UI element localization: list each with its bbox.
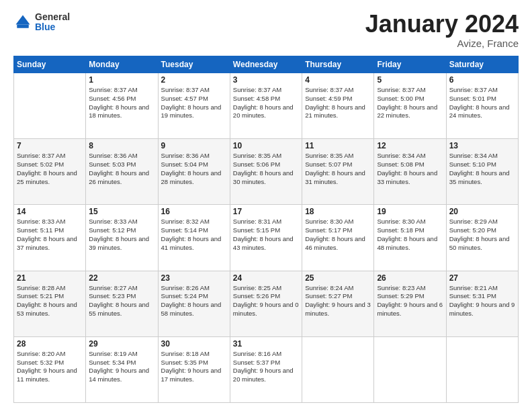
- daylight-text: Daylight: 8 hours and 25 minutes.: [17, 169, 77, 185]
- sunset-text: Sunset: 5:04 PM: [161, 161, 208, 168]
- sunrise-text: Sunrise: 8:36 AM: [161, 152, 210, 159]
- daylight-text: Daylight: 8 hours and 39 minutes.: [89, 235, 149, 251]
- sunrise-text: Sunrise: 8:37 AM: [161, 86, 210, 93]
- daylight-text: Daylight: 9 hours and 0 minutes.: [233, 301, 299, 317]
- table-row: 5 Sunrise: 8:37 AM Sunset: 5:00 PM Dayli…: [374, 73, 446, 139]
- day-info: Sunrise: 8:37 AM Sunset: 5:01 PM Dayligh…: [449, 86, 515, 120]
- title-month: January 2024: [365, 12, 519, 36]
- sunrise-text: Sunrise: 8:37 AM: [377, 86, 425, 93]
- day-info: Sunrise: 8:37 AM Sunset: 5:02 PM Dayligh…: [17, 152, 83, 186]
- daylight-text: Daylight: 8 hours and 22 minutes.: [377, 103, 437, 120]
- header-friday: Friday: [374, 56, 446, 73]
- table-row: 12 Sunrise: 8:34 AM Sunset: 5:08 PM Dayl…: [374, 139, 446, 205]
- sunrise-text: Sunrise: 8:26 AM: [161, 284, 210, 291]
- sunset-text: Sunset: 5:37 PM: [233, 359, 280, 366]
- day-info: Sunrise: 8:24 AM Sunset: 5:27 PM Dayligh…: [305, 284, 371, 318]
- day-info: Sunrise: 8:16 AM Sunset: 5:37 PM Dayligh…: [233, 350, 299, 384]
- sunrise-text: Sunrise: 8:37 AM: [17, 152, 65, 159]
- sunset-text: Sunset: 5:23 PM: [89, 292, 136, 300]
- sunrise-text: Sunrise: 8:20 AM: [17, 350, 65, 357]
- day-number: 6: [449, 75, 515, 85]
- day-number: 4: [305, 75, 371, 85]
- sunrise-text: Sunrise: 8:37 AM: [89, 86, 137, 93]
- sunset-text: Sunset: 5:07 PM: [305, 161, 352, 168]
- sunrise-text: Sunrise: 8:32 AM: [161, 218, 210, 225]
- logo-blue-text: Blue: [35, 22, 70, 32]
- logo-icon: [13, 13, 32, 32]
- day-info: Sunrise: 8:26 AM Sunset: 5:24 PM Dayligh…: [161, 284, 227, 318]
- sunrise-text: Sunrise: 8:16 AM: [233, 350, 281, 357]
- sunset-text: Sunset: 5:00 PM: [377, 95, 424, 102]
- sunset-text: Sunset: 4:56 PM: [89, 95, 136, 102]
- day-info: Sunrise: 8:37 AM Sunset: 4:58 PM Dayligh…: [233, 86, 299, 120]
- sunrise-text: Sunrise: 8:30 AM: [377, 218, 425, 225]
- sunrise-text: Sunrise: 8:29 AM: [449, 218, 498, 225]
- svg-rect-1: [17, 25, 29, 28]
- table-row: 22 Sunrise: 8:27 AM Sunset: 5:23 PM Dayl…: [86, 271, 158, 336]
- table-row: 25 Sunrise: 8:24 AM Sunset: 5:27 PM Dayl…: [302, 271, 374, 336]
- sunset-text: Sunset: 5:10 PM: [449, 161, 496, 168]
- daylight-text: Daylight: 8 hours and 58 minutes.: [161, 301, 222, 317]
- table-row: 9 Sunrise: 8:36 AM Sunset: 5:04 PM Dayli…: [158, 139, 230, 205]
- day-info: Sunrise: 8:23 AM Sunset: 5:29 PM Dayligh…: [377, 284, 443, 318]
- logo: General Blue: [13, 12, 70, 33]
- daylight-text: Daylight: 8 hours and 53 minutes.: [17, 301, 77, 317]
- day-info: Sunrise: 8:37 AM Sunset: 4:57 PM Dayligh…: [161, 86, 227, 120]
- sunrise-text: Sunrise: 8:28 AM: [17, 284, 65, 291]
- sunset-text: Sunset: 5:01 PM: [449, 95, 496, 102]
- day-info: Sunrise: 8:37 AM Sunset: 4:56 PM Dayligh…: [89, 86, 154, 120]
- sunset-text: Sunset: 4:57 PM: [161, 95, 208, 102]
- day-info: Sunrise: 8:34 AM Sunset: 5:10 PM Dayligh…: [449, 152, 515, 186]
- day-number: 11: [305, 141, 371, 150]
- sunrise-text: Sunrise: 8:34 AM: [449, 152, 498, 159]
- table-row: 20 Sunrise: 8:29 AM Sunset: 5:20 PM Dayl…: [446, 205, 518, 271]
- sunset-text: Sunset: 5:32 PM: [17, 359, 64, 366]
- day-info: Sunrise: 8:36 AM Sunset: 5:03 PM Dayligh…: [89, 152, 154, 186]
- day-info: Sunrise: 8:37 AM Sunset: 5:00 PM Dayligh…: [377, 86, 443, 120]
- table-row: 11 Sunrise: 8:35 AM Sunset: 5:07 PM Dayl…: [302, 139, 374, 205]
- table-row: 24 Sunrise: 8:25 AM Sunset: 5:26 PM Dayl…: [230, 271, 302, 336]
- table-row: 30 Sunrise: 8:18 AM Sunset: 5:35 PM Dayl…: [158, 336, 230, 402]
- day-info: Sunrise: 8:20 AM Sunset: 5:32 PM Dayligh…: [17, 350, 83, 384]
- daylight-text: Daylight: 9 hours and 6 minutes.: [377, 301, 443, 317]
- sunset-text: Sunset: 5:14 PM: [161, 226, 208, 234]
- sunrise-text: Sunrise: 8:21 AM: [449, 284, 498, 291]
- day-info: Sunrise: 8:32 AM Sunset: 5:14 PM Dayligh…: [161, 218, 227, 252]
- day-number: 27: [449, 273, 515, 283]
- table-row: 4 Sunrise: 8:37 AM Sunset: 4:59 PM Dayli…: [302, 73, 374, 139]
- daylight-text: Daylight: 8 hours and 48 minutes.: [377, 235, 437, 251]
- page: General Blue January 2024 Avize, France …: [0, 0, 532, 411]
- daylight-text: Daylight: 9 hours and 14 minutes.: [89, 367, 149, 383]
- sunset-text: Sunset: 5:29 PM: [377, 292, 424, 300]
- table-row: 14 Sunrise: 8:33 AM Sunset: 5:11 PM Dayl…: [14, 205, 86, 271]
- header-thursday: Thursday: [302, 56, 374, 73]
- day-number: 31: [233, 339, 299, 349]
- day-number: 25: [305, 273, 371, 283]
- sunrise-text: Sunrise: 8:36 AM: [89, 152, 137, 159]
- day-number: 30: [161, 339, 227, 349]
- day-info: Sunrise: 8:19 AM Sunset: 5:34 PM Dayligh…: [89, 350, 154, 384]
- table-row: 16 Sunrise: 8:32 AM Sunset: 5:14 PM Dayl…: [158, 205, 230, 271]
- table-row: [14, 73, 86, 139]
- daylight-text: Daylight: 9 hours and 3 minutes.: [305, 301, 371, 317]
- logo-text: General Blue: [35, 12, 70, 33]
- table-row: 8 Sunrise: 8:36 AM Sunset: 5:03 PM Dayli…: [86, 139, 158, 205]
- sunset-text: Sunset: 5:12 PM: [89, 226, 136, 234]
- table-row: 2 Sunrise: 8:37 AM Sunset: 4:57 PM Dayli…: [158, 73, 230, 139]
- day-number: 8: [89, 141, 154, 150]
- sunset-text: Sunset: 5:11 PM: [17, 226, 64, 234]
- day-info: Sunrise: 8:37 AM Sunset: 4:59 PM Dayligh…: [305, 86, 371, 120]
- sunrise-text: Sunrise: 8:34 AM: [377, 152, 425, 159]
- daylight-text: Daylight: 8 hours and 31 minutes.: [305, 169, 365, 185]
- day-info: Sunrise: 8:30 AM Sunset: 5:18 PM Dayligh…: [377, 218, 443, 252]
- sunset-text: Sunset: 5:06 PM: [233, 161, 280, 168]
- sunrise-text: Sunrise: 8:25 AM: [233, 284, 281, 291]
- table-row: 19 Sunrise: 8:30 AM Sunset: 5:18 PM Dayl…: [374, 205, 446, 271]
- day-number: 13: [449, 141, 515, 150]
- day-info: Sunrise: 8:25 AM Sunset: 5:26 PM Dayligh…: [233, 284, 299, 318]
- day-number: 20: [449, 207, 515, 216]
- table-row: 17 Sunrise: 8:31 AM Sunset: 5:15 PM Dayl…: [230, 205, 302, 271]
- day-number: 12: [377, 141, 443, 150]
- sunset-text: Sunset: 5:03 PM: [89, 161, 136, 168]
- sunrise-text: Sunrise: 8:35 AM: [305, 152, 353, 159]
